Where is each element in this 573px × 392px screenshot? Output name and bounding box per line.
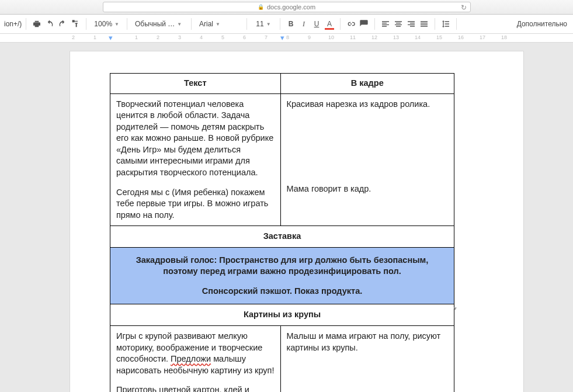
ruler-tick: 16	[458, 34, 464, 40]
align-right-icon	[407, 19, 416, 29]
cell-text-1[interactable]: Творческий потенциал человека ценится в …	[110, 93, 281, 226]
more-button[interactable]: Дополнительно	[511, 17, 573, 31]
ruler-tick: 12	[371, 34, 377, 40]
ruler-tick: 1	[135, 34, 138, 40]
address-field[interactable]: 🔒 docs.google.com ↻	[103, 2, 471, 12]
ruler-tick: 3	[178, 34, 181, 40]
section-title: Картины из крупы	[244, 310, 321, 319]
ruler-tick: 11	[350, 34, 356, 40]
ruler-tick: 2	[157, 34, 159, 40]
cell-frame-2[interactable]: Малыш и мама играют на полу, рисуют карт…	[280, 326, 454, 393]
para: Спонсорский пэкшот. Показ продукта.	[120, 286, 444, 297]
link-icon	[346, 19, 356, 29]
insert-comment-button[interactable]	[357, 17, 370, 31]
ruler-tick: 14	[415, 34, 421, 40]
collapsed-panel-label: ion+/)	[3, 20, 22, 28]
section-row: Картины из крупы ▾	[110, 304, 454, 326]
section-row: Заставка	[110, 226, 454, 248]
indent-left-marker[interactable]: ▾	[109, 34, 113, 42]
para: Игры с крупой развивают мелкую моторику,…	[116, 331, 275, 376]
content-table[interactable]: Текст В кадре Творческий потенциал челов…	[110, 73, 454, 392]
table-header-row: Текст В кадре	[110, 74, 454, 94]
paragraph-style-value: Обычный …	[135, 20, 175, 28]
paragraph-style-select[interactable]: Обычный …▼	[131, 17, 187, 31]
align-center-icon	[394, 19, 403, 29]
highlight-row: Закадровый голос: Пространство для игр д…	[110, 247, 454, 304]
cell-frame-1[interactable]: Красивая нарезка из кадров ролика. Мама …	[280, 93, 454, 226]
undo-button[interactable]	[43, 17, 56, 31]
ruler-tick: 1	[93, 34, 96, 40]
italic-button[interactable]: I	[297, 17, 310, 31]
ruler-tick: 18	[501, 34, 507, 40]
bold-button[interactable]: B	[284, 17, 297, 31]
caret-down-icon: ▼	[266, 22, 271, 27]
ruler-tick: 17	[480, 34, 485, 40]
toolbar: ion+/) 100%▼ Обычный …▼ Arial▼	[0, 15, 573, 34]
text-color-button[interactable]: A	[323, 17, 336, 31]
font-size-select[interactable]: 11▼	[251, 17, 276, 31]
col-header-frame: В кадре	[280, 74, 454, 94]
undo-icon	[45, 19, 54, 29]
table-context-handle[interactable]: ▾	[451, 304, 459, 313]
caret-down-icon: ▼	[216, 22, 220, 27]
section-header[interactable]: Заставка	[110, 226, 454, 248]
browser-address-bar: 🔒 docs.google.com ↻	[0, 0, 573, 15]
col-header-text: Текст	[110, 74, 281, 94]
caret-down-icon: ▼	[177, 22, 182, 27]
section-header[interactable]: Картины из крупы ▾	[110, 304, 454, 326]
para: Приготовь цветной картон, клей и разные …	[116, 384, 275, 392]
cell-text-2[interactable]: Игры с крупой развивают мелкую моторику,…	[110, 326, 281, 393]
para: Закадровый голос: Пространство для игр д…	[120, 255, 444, 277]
ruler-tick: 7	[265, 34, 268, 40]
underline-button[interactable]: U	[310, 17, 323, 31]
document-canvas[interactable]: Текст В кадре Творческий потенциал челов…	[0, 43, 573, 392]
spellcheck-error[interactable]: Предложи	[171, 354, 211, 363]
zoom-select[interactable]: 100%▼	[91, 17, 123, 31]
reload-icon[interactable]: ↻	[461, 4, 467, 12]
insert-link-button[interactable]	[345, 17, 357, 31]
redo-icon	[58, 19, 67, 29]
page: Текст В кадре Творческий потенциал челов…	[70, 51, 523, 392]
column-marker[interactable]: ▾	[280, 34, 284, 42]
more-label: Дополнительно	[517, 20, 567, 28]
address-domain: docs.google.com	[267, 4, 315, 11]
ruler-tick: 5	[221, 34, 224, 40]
table-row: Игры с крупой развивают мелкую моторику,…	[110, 326, 454, 393]
paint-roller-icon	[71, 19, 80, 29]
zoom-value: 100%	[94, 20, 112, 28]
comment-icon	[359, 19, 369, 29]
para: Мама говорит в кадр.	[287, 183, 448, 195]
align-justify-button[interactable]	[418, 17, 430, 31]
ruler-tick: 13	[393, 34, 399, 40]
ruler-tick: 4	[200, 34, 203, 40]
align-left-icon	[381, 19, 390, 29]
table-row: Творческий потенциал человека ценится в …	[110, 93, 454, 226]
align-justify-icon	[419, 19, 429, 29]
font-family-select[interactable]: Arial▼	[196, 17, 242, 31]
ruler-tick: 2	[72, 34, 75, 40]
line-spacing-icon	[441, 19, 450, 29]
caret-down-icon: ▼	[114, 22, 119, 27]
redo-button[interactable]	[56, 17, 69, 31]
align-right-button[interactable]	[405, 17, 418, 31]
font-size-value: 11	[256, 20, 263, 28]
ruler-tick: 10	[328, 34, 334, 40]
line-spacing-button[interactable]	[439, 17, 452, 31]
font-family-value: Arial	[199, 20, 213, 28]
ruler-tick: 6	[243, 34, 246, 40]
ruler-tick: 8	[286, 34, 289, 40]
para: Сегодня мы с (Имя ребенка) покажем тебе …	[116, 187, 275, 221]
align-center-button[interactable]	[392, 17, 405, 31]
ruler[interactable]: ▾ ▾ 2 1 1 2 3 4 5 6 7 8 9 10 11 12 13 14…	[0, 34, 573, 43]
paint-format-button[interactable]	[69, 17, 82, 31]
para: Красивая нарезка из кадров ролика.	[287, 99, 448, 110]
ruler-tick: 9	[308, 34, 311, 40]
print-button[interactable]	[30, 17, 43, 31]
highlight-cell[interactable]: Закадровый голос: Пространство для игр д…	[110, 247, 454, 304]
para: Малыш и мама играют на полу, рисуют карт…	[287, 331, 448, 353]
align-left-button[interactable]	[379, 17, 392, 31]
lock-icon: 🔒	[258, 4, 264, 10]
ruler-tick: 15	[436, 34, 442, 40]
print-icon	[32, 19, 41, 29]
para: Творческий потенциал человека ценится в …	[116, 99, 275, 179]
